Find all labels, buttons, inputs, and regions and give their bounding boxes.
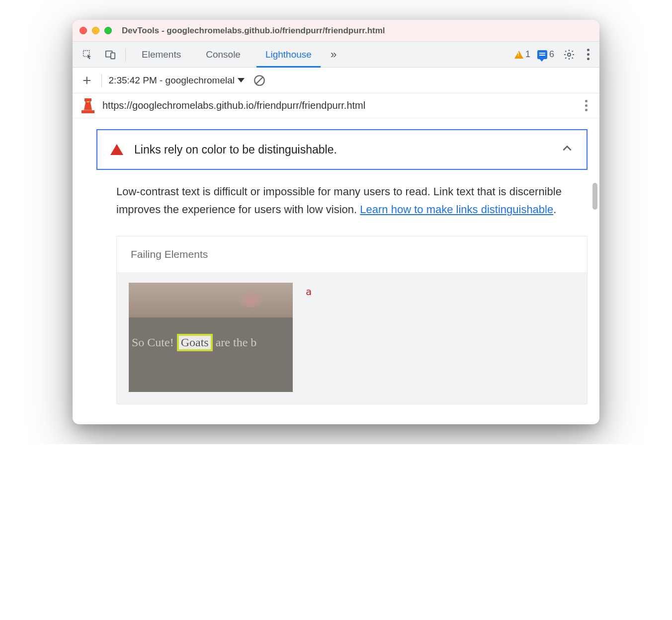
audit-description: Low-contrast text is difficult or imposs… [96, 183, 588, 219]
tab-console[interactable]: Console [197, 42, 250, 67]
lighthouse-icon [82, 98, 94, 113]
learn-more-link[interactable]: Learn how to make links distinguishable [360, 203, 553, 216]
element-screenshot[interactable]: So Cute! Goats are the b [129, 283, 293, 392]
messages-badge[interactable]: 6 [537, 49, 554, 60]
status-badges: 1 6 [514, 49, 554, 60]
tabs-bar: Elements Console Lighthouse » 1 6 [73, 42, 599, 68]
devtools-window: DevTools - googlechromelabs.github.io/fr… [73, 20, 599, 424]
element-tag[interactable]: a [306, 283, 312, 298]
thumb-highlight: Goats [177, 334, 213, 351]
inspect-icon[interactable] [80, 47, 95, 63]
report-dropdown[interactable]: 2:35:42 PM - googlechromelal [109, 75, 245, 86]
separator [101, 74, 102, 87]
warning-icon [514, 51, 523, 59]
page-url: https://googlechromelabs.github.io/frien… [102, 100, 574, 111]
failing-elements-body: So Cute! Goats are the b a [117, 273, 587, 404]
fail-icon [110, 144, 123, 155]
maximize-button[interactable] [104, 27, 112, 34]
window-title: DevTools - googlechromelabs.github.io/fr… [122, 26, 385, 36]
more-tabs-button[interactable]: » [328, 48, 339, 61]
report-toolbar: + 2:35:42 PM - googlechromelal [73, 68, 599, 93]
settings-icon[interactable] [561, 47, 577, 63]
new-report-button[interactable]: + [80, 72, 94, 89]
warning-count: 1 [525, 49, 530, 60]
url-bar: https://googlechromelabs.github.io/frien… [73, 93, 599, 118]
close-button[interactable] [80, 27, 87, 34]
report-options-icon[interactable] [582, 100, 590, 111]
thumb-text-post: are the b [216, 336, 257, 349]
more-options-icon[interactable] [584, 49, 592, 60]
audit-title: Links rely on color to be distinguishabl… [134, 143, 550, 156]
message-icon [537, 50, 547, 59]
tab-lighthouse[interactable]: Lighthouse [256, 42, 321, 67]
scrollbar-thumb[interactable] [592, 183, 597, 210]
separator [125, 48, 126, 61]
svg-line-5 [256, 77, 263, 83]
audit-header[interactable]: Links rely on color to be distinguishabl… [96, 129, 588, 170]
clear-icon[interactable] [252, 73, 267, 88]
device-toolbar-icon[interactable] [102, 47, 118, 63]
failing-elements-header: Failing Elements [117, 236, 587, 273]
minimize-button[interactable] [92, 27, 99, 34]
thumb-text-pre: So Cute! [132, 336, 174, 349]
svg-point-3 [568, 53, 571, 56]
warnings-badge[interactable]: 1 [514, 49, 530, 60]
window-controls [80, 27, 112, 34]
chevron-up-icon [561, 142, 574, 157]
message-count: 6 [549, 49, 554, 60]
titlebar: DevTools - googlechromelabs.github.io/fr… [73, 20, 599, 42]
report-label: 2:35:42 PM - googlechromelal [109, 75, 235, 86]
tab-elements[interactable]: Elements [133, 42, 190, 67]
report-content: Links rely on color to be distinguishabl… [73, 118, 599, 424]
chevron-down-icon [238, 78, 245, 82]
failing-elements-section: Failing Elements So Cute! Goats are the … [116, 236, 588, 404]
svg-rect-2 [111, 53, 115, 59]
audit-desc-post: . [553, 203, 556, 216]
